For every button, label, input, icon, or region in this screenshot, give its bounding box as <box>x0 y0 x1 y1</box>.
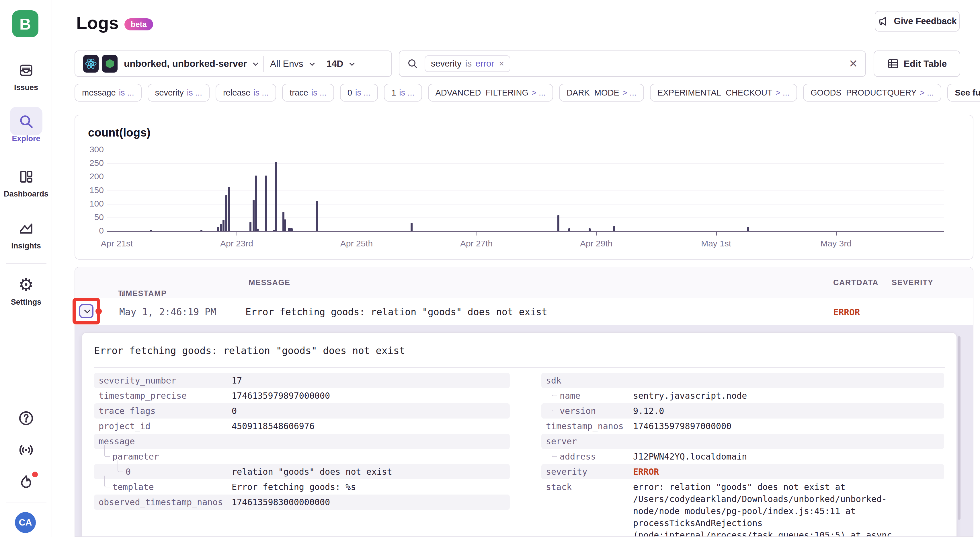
project-selector[interactable]: unborked, unborked-server <box>124 58 247 69</box>
filter-chip[interactable]: EXPERIMENTAL_CHECKOUT> ... <box>650 84 797 102</box>
column-header-message[interactable]: MESSAGE <box>248 278 290 287</box>
search-icon <box>407 58 418 69</box>
attribute-row: 0relation "goods" does not exist <box>94 464 510 479</box>
x-axis-tick <box>716 232 717 236</box>
sidebar-item-label: Issues <box>0 83 52 92</box>
broadcast-icon[interactable] <box>18 442 34 458</box>
org-logo[interactable]: B <box>12 10 38 37</box>
user-avatar[interactable]: CA <box>15 512 36 533</box>
x-axis-tick <box>117 232 117 236</box>
scrollbar-thumb[interactable] <box>958 336 961 520</box>
chart-bar <box>747 227 749 231</box>
chart-bar <box>589 228 591 231</box>
gridline <box>107 150 944 150</box>
x-axis-tick <box>357 232 357 236</box>
log-detail-panel: Error fetching goods: relation "goods" d… <box>81 332 957 537</box>
filter-chip[interactable]: severityis ... <box>148 84 210 102</box>
attribute-value: 9.12.0 <box>633 403 944 419</box>
chart-bar <box>291 228 293 231</box>
filter-chip[interactable]: DARK_MODE> ... <box>559 84 644 102</box>
attribute-key: version <box>541 403 633 419</box>
filter-chip[interactable]: releaseis ... <box>216 84 276 102</box>
filter-chip[interactable]: messageis ... <box>75 84 142 102</box>
chart-bar <box>217 227 219 231</box>
chart-bar <box>265 175 267 231</box>
edit-table-button[interactable]: Edit Table <box>873 51 960 77</box>
attribute-row: templateError fetching goods: %s <box>94 479 510 494</box>
attribute-value: 1746135979897000000 <box>633 419 944 434</box>
x-axis-tick-label: Apr 29th <box>580 239 612 249</box>
attribute-value: ERROR <box>633 464 944 479</box>
y-axis-tick-label: 0 <box>86 226 104 236</box>
gear-icon: ⚙ <box>0 276 52 294</box>
column-header-cartdata[interactable]: CARTDATA <box>833 278 878 287</box>
chart-bar <box>225 195 228 231</box>
attribute-value <box>633 373 944 388</box>
clear-search-icon[interactable]: ✕ <box>849 58 858 69</box>
column-header-severity[interactable]: SEVERITY <box>892 278 934 287</box>
attribute-row: version9.12.0 <box>541 403 944 419</box>
chart-bar <box>275 162 277 231</box>
attribute-value <box>232 434 510 449</box>
beta-badge: beta <box>124 18 153 30</box>
attribute-key: parameter <box>94 449 232 464</box>
attribute-key: project_id <box>94 419 232 434</box>
y-axis-tick-label: 150 <box>86 185 104 195</box>
attribute-row: trace_flags0 <box>94 403 510 419</box>
chart-bar <box>613 226 615 231</box>
sidebar-item-label: Dashboards <box>0 190 52 199</box>
date-range-selector[interactable]: 14D <box>326 59 344 69</box>
attribute-key: timestamp_precise <box>94 388 232 403</box>
attribute-key: stack <box>541 479 633 494</box>
sidebar-item-explore[interactable]: Explore <box>0 112 52 143</box>
log-detail-title: Error fetching goods: relation "goods" d… <box>94 345 405 356</box>
attribute-row: parameter <box>94 449 510 464</box>
give-feedback-button[interactable]: Give Feedback <box>875 11 959 32</box>
remove-token-icon[interactable]: × <box>499 59 504 69</box>
table-icon <box>887 58 899 70</box>
help-icon[interactable] <box>18 410 34 427</box>
sidebar-item-insights[interactable]: Insights <box>0 220 52 250</box>
sidebar-item-label: Explore <box>0 134 52 143</box>
sort-descending-icon: ↓ <box>121 289 125 298</box>
y-axis-tick-label: 250 <box>86 158 104 168</box>
sidebar-divider <box>6 503 46 503</box>
attribute-key: address <box>541 449 633 464</box>
environment-selector[interactable]: All Envs <box>270 59 303 69</box>
filter-chip[interactable]: traceis ... <box>282 84 334 102</box>
whats-new-flame-icon[interactable] <box>18 474 34 491</box>
chart-bar <box>250 222 251 231</box>
divider <box>263 56 264 72</box>
chart-bar <box>257 229 259 231</box>
search-input[interactable]: severity is error × ✕ <box>399 51 866 77</box>
sidebar-item-dashboards[interactable]: Dashboards <box>0 168 52 199</box>
chart-bar <box>253 200 255 231</box>
attribute-value: sentry.javascript.node <box>633 388 944 403</box>
attribute-value: J12PWN42YQ.localdomain <box>633 449 944 464</box>
x-axis-tick-label: May 3rd <box>821 239 851 249</box>
filter-chip[interactable]: 0is ... <box>340 84 378 102</box>
megaphone-icon <box>878 16 889 27</box>
sidebar-item-settings[interactable]: ⚙ Settings <box>0 276 52 307</box>
attribute-row: timestamp_nanos1746135979897000000 <box>541 419 944 434</box>
chart-bar <box>316 201 318 231</box>
divider <box>94 367 945 368</box>
attribute-row: severity_number17 <box>94 373 510 388</box>
chevron-down-icon <box>309 61 315 66</box>
attribute-row: project_id4509118548606976 <box>94 419 510 434</box>
x-axis-tick <box>836 232 837 236</box>
see-full-list-button[interactable]: See full list <box>947 84 980 102</box>
log-table-row[interactable]: May 1, 2:46:19 PM Error fetching goods: … <box>75 298 973 325</box>
attribute-row: stackerror: relation "goods" does not ex… <box>541 479 944 537</box>
attribute-row: timestamp_precise1746135979897000000 <box>94 388 510 403</box>
x-axis-tick <box>477 232 477 236</box>
annotation-highlight-box <box>73 298 100 324</box>
search-filter-token[interactable]: severity is error × <box>425 55 511 72</box>
filter-chip[interactable]: ADVANCED_FILTERING> ... <box>428 84 554 102</box>
page-filter-bar: unborked, unborked-server All Envs 14D <box>75 51 392 77</box>
attribute-value: error: relation "goods" does not exist a… <box>633 479 944 537</box>
sidebar-item-issues[interactable]: Issues <box>0 61 52 92</box>
filter-chip[interactable]: GOODS_PRODUCTQUERY> ... <box>803 84 941 102</box>
chart-bar <box>223 220 224 231</box>
filter-chip[interactable]: 1is ... <box>384 84 422 102</box>
